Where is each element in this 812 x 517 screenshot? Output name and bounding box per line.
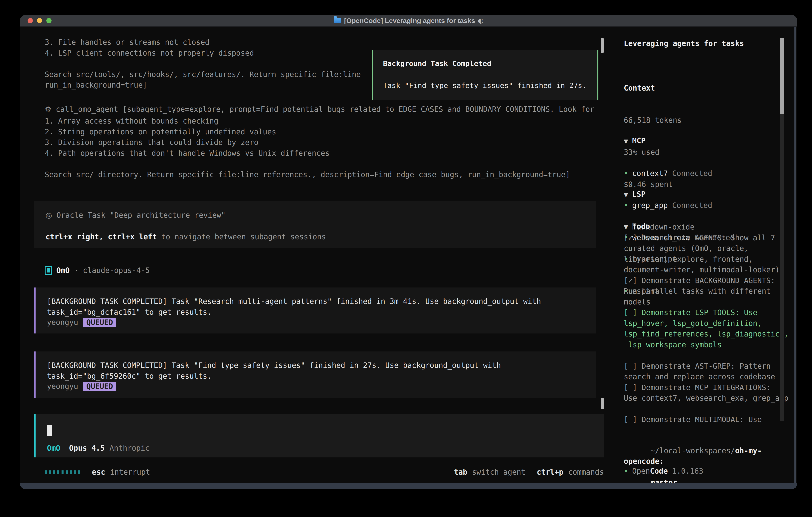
lsp-section-header[interactable]: ▼LSP bbox=[624, 189, 695, 200]
todo-item: [✓] Demonstrate AGENTS: Show all 7 curat… bbox=[624, 233, 788, 275]
window-bottom-border bbox=[20, 483, 797, 489]
todo-section: ▼Todo [✓] Demonstrate AGENTS: Show all 7… bbox=[624, 221, 788, 425]
window-right-border bbox=[794, 27, 796, 483]
agent-model: claude-opus-4-5 bbox=[83, 266, 150, 275]
task-author: yeongyu bbox=[47, 318, 78, 327]
provider-label: Anthropic bbox=[110, 444, 149, 453]
prompt-input[interactable]: OmO Opus 4.5 Anthropic bbox=[34, 414, 604, 457]
background-task-toast: Background Task Completed Task "Find typ… bbox=[372, 50, 599, 100]
agent-name: OmO bbox=[56, 266, 70, 275]
tab-key-hint: tab bbox=[454, 468, 467, 477]
tool-call-body: 1. Array access without bounds checking … bbox=[45, 116, 570, 180]
todo-item: [✓] Demonstrate BACKGROUND AGENTS: Run p… bbox=[624, 275, 788, 307]
tool-call-header-row: ⚙ call_omo_agent [subagent_type=explore,… bbox=[45, 105, 594, 113]
input-status-row: OmO Opus 4.5 Anthropic bbox=[47, 444, 150, 453]
todo-item: [ ] Demonstrate LSP TOOLS: Use lsp_hover… bbox=[624, 307, 788, 350]
folder-icon bbox=[334, 18, 341, 23]
sidebar-scrollbar-thumb[interactable] bbox=[780, 38, 784, 114]
tool-call-header: call_omo_agent [subagent_type=explore, p… bbox=[56, 105, 594, 113]
agent-square-icon bbox=[45, 266, 52, 275]
traffic-lights bbox=[28, 15, 52, 26]
status-badge: QUEUED bbox=[83, 318, 116, 327]
window-title: [OpenCode] Leveraging agents for tasks ◐ bbox=[334, 17, 484, 25]
agent-session-header: OmO · claude-opus-4-5 bbox=[45, 266, 150, 275]
todo-item: [ ] Demonstrate AST-GREP: Pattern search… bbox=[624, 361, 788, 382]
todo-section-header[interactable]: ▼Todo bbox=[624, 221, 788, 233]
oracle-icon: ◎ bbox=[46, 211, 52, 219]
session-title: Leveraging agents for tasks bbox=[624, 39, 744, 48]
chevron-down-icon: ▼ bbox=[624, 136, 632, 147]
status-bar: esc interrupt tab switch agent ctrl+p co… bbox=[45, 468, 604, 477]
task-author: yeongyu bbox=[47, 382, 78, 391]
active-model-label: Opus 4.5 bbox=[69, 444, 105, 453]
task-message-text: [BACKGROUND TASK COMPLETED] Task "Resear… bbox=[47, 296, 541, 318]
esc-key-hint: esc bbox=[92, 468, 105, 477]
activity-dots bbox=[45, 470, 80, 474]
version-footer: • OpenCode 1.0.163 bbox=[624, 467, 703, 475]
text-cursor bbox=[47, 425, 52, 436]
terminal-window: [OpenCode] Leveraging agents for tasks ◐… bbox=[20, 15, 797, 489]
window-title-text: [OpenCode] Leveraging agents for tasks bbox=[344, 17, 475, 25]
status-badge: QUEUED bbox=[83, 382, 116, 391]
chevron-down-icon: ▼ bbox=[624, 222, 632, 233]
app-version: 1.0.163 bbox=[672, 467, 703, 475]
esc-key-label: interrupt bbox=[110, 468, 150, 477]
oracle-task-title: Oracle Task "Deep architecture review" bbox=[57, 211, 226, 219]
task-message-card: [BACKGROUND TASK COMPLETED] Task "Resear… bbox=[34, 288, 596, 333]
toast-body: Task "Find type safety issues" finished … bbox=[383, 81, 587, 89]
todo-item: [ ] Demonstrate MCP INTEGRATIONS: Use co… bbox=[624, 382, 788, 404]
agent-separator: · bbox=[74, 266, 79, 275]
session-sidebar: Leveraging agents for tasks Context 66,5… bbox=[624, 27, 797, 483]
oracle-hint-keys: ctrl+x right, ctrl+x left bbox=[46, 233, 157, 241]
zoom-button[interactable] bbox=[46, 18, 52, 23]
terminal-main-pane: 3. File handles or streams not closed 4.… bbox=[20, 27, 604, 483]
toast-title: Background Task Completed bbox=[383, 59, 491, 67]
task-message-card: [BACKGROUND TASK COMPLETED] Task "Find t… bbox=[34, 351, 596, 398]
active-agent-label: OmO bbox=[47, 444, 60, 453]
todo-item: [ ] Demonstrate MULTIMODAL: Use bbox=[624, 414, 788, 425]
ctrlp-key-label: commands bbox=[568, 468, 604, 477]
context-header: Context bbox=[624, 83, 682, 93]
ctrlp-key-hint: ctrl+p bbox=[537, 468, 563, 477]
chevron-down-icon: ▼ bbox=[624, 190, 632, 200]
tab-key-label: switch agent bbox=[472, 468, 525, 477]
main-scrollbar-thumb-bottom[interactable] bbox=[601, 398, 604, 409]
half-moon-icon: ◐ bbox=[478, 17, 484, 24]
mcp-section-header[interactable]: ▼MCP bbox=[624, 135, 734, 147]
task-message-text: [BACKGROUND TASK COMPLETED] Task "Find t… bbox=[47, 360, 501, 381]
window-titlebar[interactable]: [OpenCode] Leveraging agents for tasks ◐ bbox=[20, 15, 797, 27]
green-bullet-icon: • bbox=[624, 467, 632, 475]
main-scrollbar-thumb-top[interactable] bbox=[601, 38, 604, 53]
oracle-hint-text: to navigate between subagent sessions bbox=[157, 233, 326, 241]
minimize-button[interactable] bbox=[37, 18, 42, 23]
oracle-task-box: ◎ Oracle Task "Deep architecture review"… bbox=[34, 201, 596, 248]
scrollback-text: 3. File handles or streams not closed 4.… bbox=[45, 37, 361, 90]
close-button[interactable] bbox=[28, 18, 33, 23]
gear-icon: ⚙ bbox=[45, 105, 51, 113]
